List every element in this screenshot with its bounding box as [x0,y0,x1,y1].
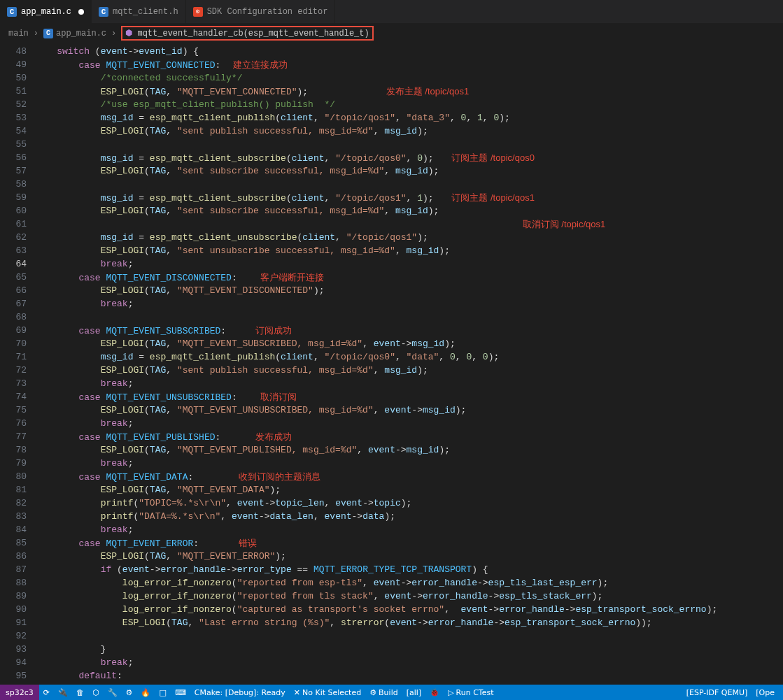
editor-tabs: C app_main.c C mqtt_client.h ⚙ SDK Confi… [0,0,783,23]
tab-mqtt-client[interactable]: C mqtt_client.h [92,0,186,23]
c-file-icon: C [99,7,108,17]
code-content[interactable]: switch (event->event_id) { case MQTT_EVE… [35,43,783,687]
gear-icon: ⚙ [193,7,203,17]
chip-icon[interactable]: ⬡ [88,688,104,697]
tab-sdk-config[interactable]: ⚙ SDK Configuration editor [186,0,336,23]
breadcrumb-folder[interactable]: main [8,29,29,38]
tab-app-main[interactable]: C app_main.c [0,0,92,23]
tab-label: SDK Configuration editor [207,7,328,17]
box-icon[interactable]: □ [155,688,170,697]
status-bar: sp32c3 ⟳ 🔌 🗑 ⬡ 🔧 ⚙ 🔥 □ ⌨ CMake: [Debug]:… [0,685,783,700]
open-indicator[interactable]: [Ope [752,688,779,697]
code-editor[interactable]: 4849505152535455565758596061626364656667… [0,43,783,687]
terminal-icon[interactable]: ⌨ [171,688,190,697]
sync-icon[interactable]: ⟳ [39,688,54,697]
chevron-right-icon [31,29,41,38]
breadcrumb-file[interactable]: app_main.c [56,29,106,38]
wrench-icon[interactable]: 🔧 [104,688,122,697]
run-ctest-button[interactable]: ▷ Run CTest [444,688,498,697]
c-file-icon: C [43,29,53,38]
debug-icon[interactable]: 🐞 [425,688,444,697]
remote-indicator[interactable]: sp32c3 [0,685,39,700]
kit-status[interactable]: ✕ No Kit Selected [290,688,365,697]
tab-label: mqtt_client.h [113,7,178,17]
breadcrumb[interactable]: main C app_main.c ⬢ mqtt_event_handler_c… [0,23,783,43]
gear-icon[interactable]: ⚙ [122,688,137,697]
debug-target[interactable]: [all] [402,688,425,697]
chevron-right-icon [109,29,118,38]
build-button[interactable]: ⚙ Build [365,688,402,697]
trash-icon[interactable]: 🗑 [72,688,88,697]
cube-icon: ⬢ [125,29,132,38]
dirty-indicator-icon [78,9,84,15]
tab-label: app_main.c [21,7,71,17]
cmake-status[interactable]: CMake: [Debug]: Ready [190,688,290,697]
c-file-icon: C [7,7,17,17]
plug-icon[interactable]: 🔌 [54,688,72,697]
fire-icon[interactable]: 🔥 [136,688,155,697]
esp-idf-status[interactable]: [ESP-IDF QEMU] [682,688,752,697]
line-gutter: 4849505152535455565758596061626364656667… [0,43,35,687]
breadcrumb-symbol-highlighted[interactable]: ⬢ mqtt_event_handler_cb(esp_mqtt_event_h… [121,26,373,41]
